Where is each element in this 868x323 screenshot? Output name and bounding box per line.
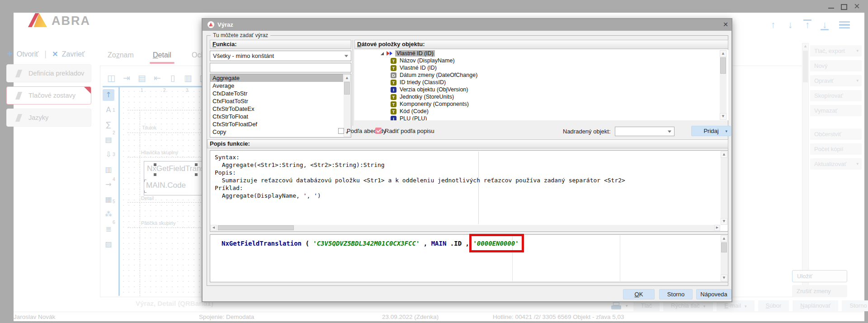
side-action-button[interactable]: Skopírovať [810, 90, 862, 101]
maximize-button[interactable] [841, 4, 847, 10]
tree-item[interactable]: I Verzia objektu (ObjVersion) [354, 86, 728, 93]
function-list-item[interactable]: CfxStrToFloatDef [210, 120, 343, 128]
report-field-code[interactable]: MAIN.Code [146, 181, 186, 190]
expand-triangle-icon[interactable] [381, 52, 384, 55]
scroll-up-icon[interactable]: ▲ [344, 75, 350, 81]
chevron-down-icon[interactable]: ▾ [626, 304, 628, 308]
arrow-up-icon[interactable]: ↑ [768, 19, 778, 31]
dialog-close-button[interactable]: × [721, 19, 731, 29]
checkbox-sort-label[interactable]: Radiť podľa popisu [385, 128, 434, 134]
designer-tool-icon[interactable]: ▥ [182, 72, 194, 84]
designer-tool-icon[interactable]: ▥ [103, 164, 114, 176]
add-button[interactable]: Pridaj ▾ [691, 126, 731, 136]
designer-tool-icon[interactable]: ▨ [103, 238, 114, 250]
data-items-tree[interactable]: Vlastné ID (ID) T Názov (DisplayName) T … [354, 50, 728, 120]
scroll-up-icon[interactable]: ▲ [720, 50, 726, 57]
tree-item-label-selected[interactable]: Vlastné ID (ID) [395, 50, 435, 57]
printer-icon[interactable] [611, 302, 621, 310]
designer-tool-icon[interactable]: ∑ [103, 119, 114, 131]
tree-item[interactable]: D Dátum zmeny (DateOfChange) [354, 71, 728, 79]
designer-tool-icon[interactable]: ⇤ [151, 72, 163, 84]
open-button[interactable]: Otvoriť [17, 50, 39, 58]
close-button[interactable]: × [854, 1, 860, 12]
selection-handle[interactable] [154, 173, 156, 176]
tree-item[interactable]: I PLU (PLU) [354, 115, 728, 120]
function-list-item[interactable]: Aggregate [210, 74, 343, 82]
function-list-item[interactable]: Copy [210, 128, 343, 136]
scroll-up-icon[interactable]: ▲ [802, 44, 808, 48]
menu-icon[interactable] [839, 19, 850, 31]
tree-root-item[interactable]: Vlastné ID (ID) [354, 50, 728, 57]
minimize-button[interactable] [828, 8, 834, 9]
function-search-input[interactable] [210, 63, 351, 72]
scrollbar-thumb[interactable] [803, 51, 808, 82]
function-list-item[interactable]: CfxDateToStr [210, 90, 343, 97]
scroll-down-icon[interactable]: ▼ [721, 218, 727, 225]
scroll-down-icon[interactable]: ▼ [720, 113, 726, 120]
selection-handle[interactable] [195, 163, 198, 166]
designer-tool-icon[interactable]: ◫ [105, 72, 117, 84]
detail-scrollbar[interactable]: ▲ ▼ [802, 43, 809, 294]
side-action-button[interactable]: Počet kópií [810, 143, 862, 155]
selection-handle[interactable] [154, 163, 156, 166]
tree-item[interactable]: T Vlastné ID (ID) [354, 64, 728, 71]
designer-tool-icon[interactable]: ▯ [167, 72, 179, 84]
expression-scrollbar[interactable]: ▲ ▼ [721, 235, 727, 281]
tab[interactable]: Zoznam [108, 51, 134, 59]
expression-input[interactable]: NxGetFieldTranslation ( 'C3V5QDVZ5BDL342… [210, 234, 728, 282]
scroll-right-icon[interactable]: ▶ [714, 225, 720, 231]
dialog-titlebar[interactable]: Výraz × [203, 19, 731, 31]
designer-tool-icon[interactable]: ↑ [103, 89, 114, 101]
side-action-button[interactable]: Opraviť▾ [810, 75, 862, 86]
help-button[interactable]: Nápoveda [696, 289, 731, 299]
sidebar-item[interactable]: Jazyky [6, 109, 91, 127]
tab[interactable]: Detail [153, 51, 171, 59]
side-action-button[interactable]: Vymazať [810, 105, 862, 116]
function-list-item[interactable]: Count [210, 136, 343, 138]
print-toolbar-button[interactable]: Súbor [758, 300, 789, 311]
scroll-up-icon[interactable]: ▲ [721, 151, 727, 158]
scrollbar-thumb[interactable] [344, 82, 350, 95]
scrollbar-thumb[interactable] [721, 242, 727, 252]
scroll-down-icon[interactable]: ▼ [721, 275, 727, 281]
arrow-to-top-icon[interactable]: ↑ [802, 19, 813, 31]
parent-object-select[interactable] [615, 127, 675, 136]
ok-button[interactable]: OK [623, 289, 655, 299]
tree-item[interactable]: T Jednotky (StoreUnits) [354, 93, 728, 100]
side-action-button[interactable]: Aktualizovať▾ [810, 158, 862, 170]
side-action-button[interactable]: Nový [810, 60, 862, 71]
designer-tool-icon[interactable]: ▤ [103, 134, 114, 146]
discard-changes-button[interactable]: Zrušiť zmeny [792, 285, 847, 297]
cancel-button[interactable]: Storno [659, 289, 693, 299]
scrollbar-thumb[interactable] [218, 225, 294, 230]
close-view-button[interactable]: Zavrieť [62, 50, 85, 58]
scroll-left-icon[interactable]: ◀ [211, 225, 217, 231]
report-field-expression[interactable]: NxGetFieldTransla [147, 164, 211, 173]
description-scrollbar-horizontal[interactable]: ◀ ▶ [211, 225, 720, 231]
scroll-up-icon[interactable]: ▲ [721, 235, 727, 242]
sidebar-item[interactable]: Definícia prekladov [6, 64, 91, 82]
function-list-item[interactable]: CfxFloatToStr [210, 97, 343, 105]
tree-scrollbar[interactable]: ▲ ▼ [720, 50, 726, 120]
function-list-item[interactable]: Average [210, 82, 343, 90]
designer-tool-icon[interactable]: ⇥ [121, 72, 132, 84]
tree-item[interactable]: T Komponenty (Components) [354, 100, 728, 108]
arrow-to-bottom-icon[interactable]: ↓ [819, 19, 830, 31]
scrollbar-thumb[interactable] [720, 57, 726, 74]
designer-tool-icon[interactable]: ≣ [103, 223, 114, 235]
function-list-item[interactable]: CfxStrToDateEx [210, 105, 343, 113]
tree-item[interactable]: T Kód (Code) [354, 108, 728, 115]
side-action-button[interactable]: Občerstviť [810, 128, 862, 140]
print-toolbar-button[interactable]: Storno [842, 300, 868, 311]
function-filter-select[interactable]: Všetky - mimo konštánt [210, 51, 351, 61]
function-list-item[interactable]: CfxStrToFloat [210, 113, 343, 120]
save-button[interactable]: Uložiť [792, 270, 847, 282]
tree-item[interactable]: T ID triedy (ClassID) [354, 79, 728, 86]
designer-tool-icon[interactable]: ⁂ [103, 209, 114, 220]
side-action-button[interactable]: Tlač, export▾ [810, 45, 862, 57]
checkbox-alphabetical[interactable] [338, 128, 344, 134]
function-list[interactable]: ▲ ▼ AggregateAverageCfxDateToStrCfxFloat… [210, 74, 351, 138]
print-toolbar-button[interactable]: Naplánovať [793, 300, 838, 311]
checkbox-sort-by-description[interactable] [375, 128, 382, 134]
designer-tool-icon[interactable]: ▤ [136, 72, 148, 84]
